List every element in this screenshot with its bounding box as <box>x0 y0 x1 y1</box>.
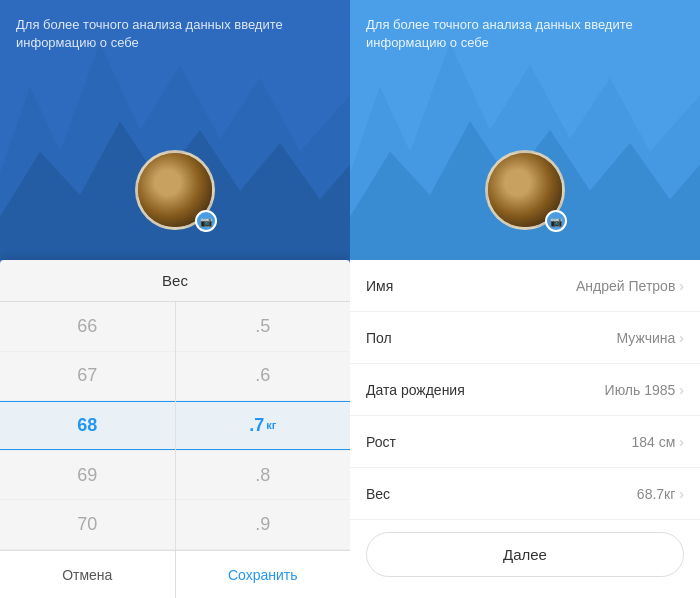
value-gender: Мужчина › <box>486 330 684 346</box>
picker-item-selected[interactable]: 68 <box>0 401 175 451</box>
form-actions: Далее <box>350 520 700 589</box>
form-row-name[interactable]: Имя Андрей Петров › <box>350 260 700 312</box>
camera-icon[interactable]: 📷 <box>195 210 217 232</box>
avatar-container-left[interactable]: 📷 <box>135 150 215 230</box>
left-header: Для более точного анализа данных введите… <box>0 0 350 260</box>
weight-picker: Вес 66 67 68 69 70 <box>0 260 350 598</box>
picker-item[interactable]: .6 <box>176 352 351 402</box>
form-list: Имя Андрей Петров › Пол Мужчина › Дата р… <box>350 260 700 598</box>
form-row-weight[interactable]: Вес 68.7кг › <box>350 468 700 520</box>
camera-icon-right[interactable]: 📷 <box>545 210 567 232</box>
left-panel: Для более точного анализа данных введите… <box>0 0 350 598</box>
chevron-icon: › <box>679 434 684 450</box>
value-birthdate: Июль 1985 › <box>486 382 684 398</box>
label-weight: Вес <box>366 486 486 502</box>
picker-item[interactable]: .9 <box>176 500 351 550</box>
picker-item[interactable]: 67 <box>0 352 175 402</box>
right-header-text: Для более точного анализа данных введите… <box>366 16 684 52</box>
picker-body: 66 67 68 69 70 . <box>0 302 350 550</box>
form-row-gender[interactable]: Пол Мужчина › <box>350 312 700 364</box>
kg-label: кг <box>266 419 276 431</box>
picker-column-integer: 66 67 68 69 70 <box>0 302 176 550</box>
form-row-birthdate[interactable]: Дата рождения Июль 1985 › <box>350 364 700 416</box>
picker-item[interactable]: .8 <box>176 451 351 501</box>
picker-actions: Отмена Сохранить <box>0 550 350 598</box>
save-button[interactable]: Сохранить <box>175 551 351 598</box>
value-name: Андрей Петров › <box>486 278 684 294</box>
label-birthdate: Дата рождения <box>366 382 486 398</box>
picker-item[interactable]: 69 <box>0 451 175 501</box>
left-header-text: Для более точного анализа данных введите… <box>16 16 334 52</box>
label-name: Имя <box>366 278 486 294</box>
chevron-icon: › <box>679 278 684 294</box>
picker-title: Вес <box>0 260 350 302</box>
form-row-height[interactable]: Рост 184 см › <box>350 416 700 468</box>
picker-item[interactable]: 66 <box>0 302 175 352</box>
picker-column-decimal: .5 .6 .7 кг .8 .9 <box>176 302 351 550</box>
chevron-icon: › <box>679 382 684 398</box>
picker-item[interactable]: .5 <box>176 302 351 352</box>
right-header: Для более точного анализа данных введите… <box>350 0 700 260</box>
chevron-icon: › <box>679 330 684 346</box>
right-panel: Для более точного анализа данных введите… <box>350 0 700 598</box>
picker-item[interactable]: 70 <box>0 500 175 550</box>
next-button[interactable]: Далее <box>366 532 684 577</box>
label-gender: Пол <box>366 330 486 346</box>
chevron-icon: › <box>679 486 684 502</box>
picker-item-selected-decimal[interactable]: .7 кг <box>176 401 351 451</box>
value-weight: 68.7кг › <box>486 486 684 502</box>
label-height: Рост <box>366 434 486 450</box>
cancel-button[interactable]: Отмена <box>0 551 175 598</box>
value-height: 184 см › <box>486 434 684 450</box>
avatar-container-right[interactable]: 📷 <box>485 150 565 230</box>
